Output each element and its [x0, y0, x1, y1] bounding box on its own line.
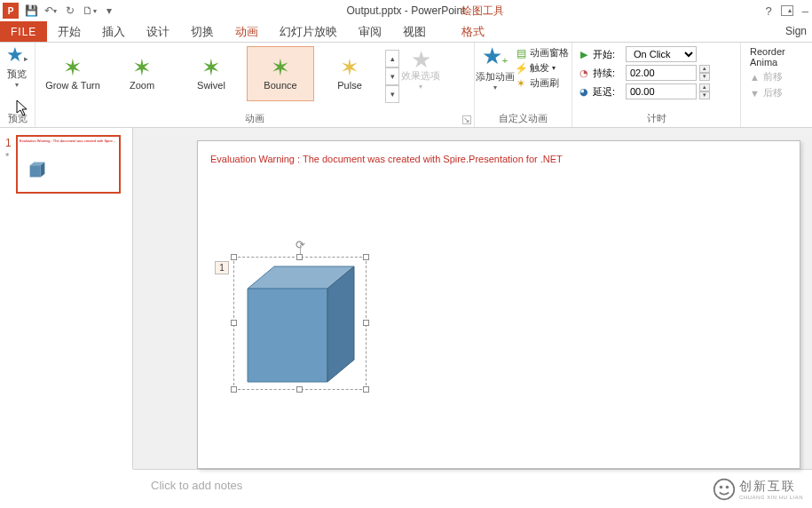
- group-label-timing: 计时: [572, 112, 740, 125]
- qat-redo[interactable]: ↻: [60, 1, 80, 20]
- delay-spinner[interactable]: ▴▾: [699, 83, 710, 99]
- move-later-button: ▼后移: [750, 86, 808, 99]
- group-timing: ▶ 开始: On Click ◔ 持续: ▴▾ ◕ 延迟: ▴▾ 计时: [572, 43, 741, 127]
- resize-handle[interactable]: [363, 320, 369, 326]
- duration-spinner[interactable]: ▴▾: [699, 65, 710, 81]
- trigger-button[interactable]: ⚡触发▾: [515, 61, 569, 75]
- svg-marker-1: [30, 165, 41, 177]
- scroll-up-icon[interactable]: ▴: [385, 50, 399, 67]
- star-icon: ✶: [132, 57, 152, 78]
- arrow-down-icon: ▼: [750, 88, 760, 99]
- cube-shape[interactable]: [234, 258, 367, 391]
- delay-label: 延迟:: [593, 85, 623, 99]
- animation-gallery: ✶Grow & Turn ✶Zoom ✶Swivel ✶Bounce ✶Puls…: [35, 43, 474, 103]
- group-label-animation: 动画: [35, 112, 474, 125]
- ribbon: ★▸ 预览 ▾ 预览 ✶Grow & Turn ✶Zoom ✶Swivel ✶B…: [0, 43, 812, 128]
- evaluation-warning: Evaluation Warning : The document was cr…: [210, 154, 563, 164]
- reorder-title: Reorder Anima: [750, 46, 808, 67]
- add-animation-button[interactable]: ★+ 添加动画 ▾: [475, 43, 515, 91]
- tab-slideshow[interactable]: 幻灯片放映: [269, 21, 348, 42]
- animation-pane-button[interactable]: ▤动画窗格: [515, 46, 569, 60]
- minimize-icon[interactable]: –: [802, 4, 808, 18]
- group-launcher-animation[interactable]: ↘: [462, 115, 471, 124]
- delay-icon: ◕: [578, 86, 590, 98]
- help-icon[interactable]: ?: [766, 4, 772, 18]
- group-reorder: Reorder Anima ▲前移 ▼后移: [741, 43, 812, 127]
- tab-insert[interactable]: 插入: [91, 21, 136, 42]
- mini-warning: Evaluation Warning : The document was cr…: [20, 139, 115, 143]
- add-animation-star-icon: ★+: [475, 46, 515, 70]
- preview-star-icon: ★▸: [0, 46, 34, 67]
- watermark: 创新互联 CHUANG XIN HU LIAN: [709, 476, 807, 503]
- tab-file[interactable]: FILE: [0, 21, 47, 42]
- contextual-tools-label: 绘图工具: [461, 0, 504, 21]
- svg-point-7: [720, 486, 722, 488]
- tab-design[interactable]: 设计: [136, 21, 180, 42]
- svg-point-8: [726, 486, 729, 488]
- thumbnail-number: 1: [5, 137, 12, 149]
- resize-handle[interactable]: [231, 254, 237, 260]
- duration-icon: ◔: [578, 67, 590, 79]
- arrow-up-icon: ▲: [750, 72, 760, 83]
- tab-transitions[interactable]: 切换: [180, 21, 225, 42]
- tab-review[interactable]: 审阅: [348, 21, 392, 42]
- slide-editor-area[interactable]: Evaluation Warning : The document was cr…: [133, 128, 812, 469]
- start-icon: ▶: [578, 49, 590, 60]
- ribbon-display-options-icon[interactable]: ▴: [781, 5, 793, 16]
- group-preview: ★▸ 预览 ▾ 预览: [0, 43, 35, 127]
- svg-marker-4: [248, 289, 327, 382]
- preview-button[interactable]: ★▸ 预览 ▾: [0, 43, 34, 89]
- tab-format[interactable]: 格式: [451, 21, 495, 42]
- group-label-preview: 预览: [0, 112, 35, 125]
- start-label: 开始:: [593, 48, 623, 61]
- gallery-item-pulse[interactable]: ✶Pulse: [316, 46, 383, 101]
- tab-home[interactable]: 开始: [47, 21, 91, 42]
- delay-input[interactable]: [626, 83, 697, 99]
- group-advanced-animation: ★+ 添加动画 ▾ ▤动画窗格 ⚡触发▾ ✶动画刷 自定义动画: [475, 43, 572, 127]
- watermark-subtext: CHUANG XIN HU LIAN: [739, 495, 803, 500]
- group-label-advanced: 自定义动画: [475, 112, 572, 125]
- scroll-more-icon[interactable]: ▾: [385, 85, 399, 103]
- tab-animations[interactable]: 动画: [225, 21, 269, 42]
- animation-sequence-badge[interactable]: 1: [215, 261, 229, 274]
- pane-icon: ▤: [515, 47, 527, 60]
- slide-thumbnail-panel[interactable]: 1 * Evaluation Warning : The document wa…: [0, 128, 133, 469]
- group-animation: ✶Grow & Turn ✶Zoom ✶Swivel ✶Bounce ✶Puls…: [35, 43, 475, 127]
- sign-in-link[interactable]: Sign: [785, 25, 807, 37]
- tab-view[interactable]: 视图: [392, 21, 437, 42]
- title-bar: P 💾 ↶▾ ↻ 🗋▾ ▾ Output.pptx - PowerPoint 绘…: [0, 0, 812, 21]
- resize-handle[interactable]: [363, 254, 369, 260]
- watermark-logo-icon: [713, 478, 736, 501]
- resize-handle[interactable]: [231, 386, 237, 393]
- qat-customize[interactable]: ▾: [99, 1, 119, 20]
- duration-label: 持续:: [593, 67, 623, 80]
- slide-thumbnail-1[interactable]: 1 * Evaluation Warning : The document wa…: [7, 135, 125, 194]
- watermark-text: 创新互联: [739, 479, 803, 495]
- qat-undo[interactable]: ↶▾: [41, 1, 60, 20]
- gallery-scroll[interactable]: ▴▾▾: [385, 50, 399, 103]
- resize-handle[interactable]: [296, 254, 303, 260]
- scroll-down-icon[interactable]: ▾: [385, 67, 399, 85]
- effect-options-star-icon: ★: [401, 50, 440, 69]
- window-title: Output.pptx - PowerPoint: [346, 4, 465, 17]
- resize-handle[interactable]: [296, 386, 303, 393]
- svg-point-6: [714, 480, 735, 500]
- start-select[interactable]: On Click: [626, 46, 697, 62]
- gallery-item-swivel[interactable]: ✶Swivel: [177, 46, 245, 101]
- slide-canvas[interactable]: Evaluation Warning : The document was cr…: [197, 140, 800, 469]
- star-icon: ✶: [340, 57, 359, 78]
- gallery-item-grow-turn[interactable]: ✶Grow & Turn: [39, 46, 106, 101]
- qat-new[interactable]: 🗋▾: [80, 1, 99, 20]
- resize-handle[interactable]: [363, 386, 369, 393]
- ribbon-tabs: FILE 开始 插入 设计 切换 动画 幻灯片放映 审阅 视图 格式: [0, 21, 812, 43]
- animation-painter-button[interactable]: ✶动画刷: [515, 76, 569, 90]
- gallery-item-zoom[interactable]: ✶Zoom: [108, 46, 176, 101]
- resize-handle[interactable]: [231, 320, 237, 326]
- selected-shape-frame[interactable]: 1 ⟳: [233, 257, 367, 390]
- duration-input[interactable]: [626, 65, 697, 81]
- preview-label: 预览: [0, 67, 34, 81]
- qat-save[interactable]: 💾: [21, 1, 41, 20]
- app-icon: P: [3, 3, 19, 19]
- trigger-icon: ⚡: [515, 62, 527, 75]
- gallery-item-bounce[interactable]: ✶Bounce: [247, 46, 314, 101]
